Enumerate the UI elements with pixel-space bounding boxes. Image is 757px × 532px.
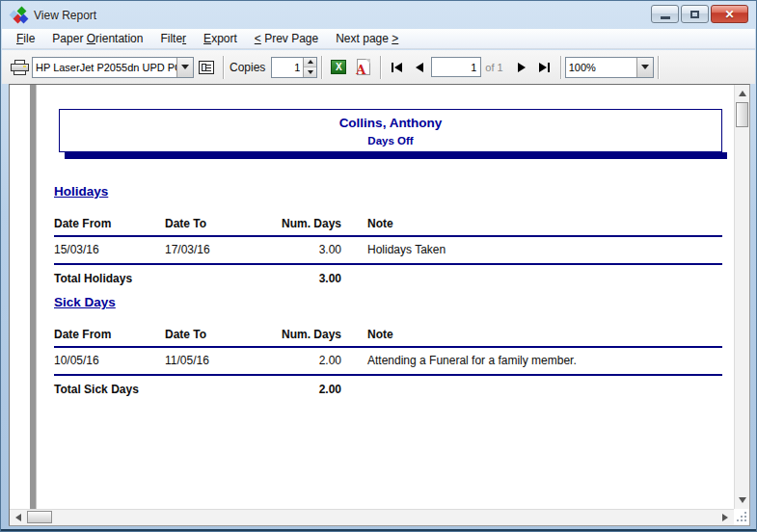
view-report-window: View Report ✕ File Paper Orientation Fil… (0, 0, 757, 532)
menu-file[interactable]: File (8, 29, 43, 48)
export-pdf-button[interactable]: A (351, 55, 376, 80)
titlebar[interactable]: View Report ✕ (1, 1, 756, 29)
table-header-row: Date From Date To Num. Days Note (54, 217, 722, 237)
table-total-row: Total Holidays 3.00 (54, 265, 722, 285)
col-num-days: Num. Days (273, 328, 341, 341)
spinner-down-icon (308, 70, 313, 74)
report-title: Collins, Anthony (60, 116, 721, 130)
col-date-from: Date From (54, 217, 165, 230)
table-header-row: Date From Date To Num. Days Note (54, 328, 722, 348)
first-page-icon (394, 63, 402, 72)
menu-prev-page[interactable]: < Prev Page (246, 29, 327, 48)
report-header-underline (65, 152, 727, 159)
report-header-box: Collins, Anthony Days Off (59, 109, 722, 152)
window-bottom-edge (1, 529, 756, 531)
total-value: 2.00 (273, 383, 341, 396)
printer-properties-button[interactable] (194, 55, 219, 80)
printer-select-arrow[interactable] (176, 58, 193, 77)
col-date-to: Date To (165, 328, 273, 341)
col-note: Note (367, 328, 722, 341)
total-label: Total Holidays (54, 272, 273, 285)
horizontal-scrollbar[interactable] (10, 509, 734, 525)
total-value: 3.00 (273, 272, 341, 285)
horizontal-scrollbar-thumb[interactable] (27, 511, 52, 523)
page-number-input[interactable] (431, 57, 481, 77)
page-edge-strip (30, 85, 37, 509)
menu-next-page[interactable]: Next page > (327, 29, 407, 48)
copies-label: Copies (230, 61, 265, 74)
menu-export[interactable]: Export (195, 29, 246, 48)
cell-date-from: 15/03/16 (54, 243, 165, 256)
cell-date-to: 11/05/16 (165, 354, 273, 367)
toolbar-separator (560, 56, 561, 79)
menu-filter[interactable]: Filter (151, 29, 195, 48)
last-page-button[interactable] (533, 56, 556, 79)
pdf-icon: A (357, 59, 370, 75)
page-count-label: of 1 (485, 62, 502, 73)
cell-date-from: 10/05/16 (54, 354, 165, 367)
scroll-up-button[interactable] (735, 87, 750, 100)
window-title: View Report (34, 9, 96, 22)
col-note: Note (367, 217, 722, 230)
resize-grip[interactable] (734, 509, 749, 525)
scroll-up-icon (739, 91, 746, 96)
vertical-scrollbar[interactable] (734, 85, 749, 509)
cell-note: Attending a Funeral for a family member. (367, 354, 722, 367)
copies-decrement-button[interactable] (304, 67, 316, 77)
chevron-down-icon (641, 65, 649, 69)
table-row: 10/05/16 11/05/16 2.00 Attending a Funer… (54, 348, 722, 376)
section-heading: Holidays (54, 184, 722, 199)
toolbar-separator (658, 56, 659, 79)
section-heading: Sick Days (54, 295, 722, 309)
report-subtitle: Days Off (60, 135, 721, 146)
next-page-icon (518, 63, 526, 72)
printer-select[interactable]: HP LaserJet P2055dn UPD PCL (32, 57, 194, 78)
copies-increment-button[interactable] (304, 58, 316, 68)
cell-date-to: 17/03/16 (165, 243, 273, 256)
table-total-row: Total Sick Days 2.00 (54, 376, 722, 396)
chevron-down-icon (181, 65, 189, 69)
scroll-right-button[interactable] (718, 510, 732, 525)
vertical-scrollbar-thumb[interactable] (736, 102, 748, 127)
export-excel-button[interactable]: X (326, 55, 351, 80)
excel-icon: X (331, 60, 346, 74)
col-num-days: Num. Days (273, 217, 341, 230)
app-icon (10, 8, 27, 23)
toolbar-separator (380, 56, 381, 79)
zoom-select-arrow[interactable] (636, 58, 653, 77)
next-page-button[interactable] (510, 56, 533, 79)
copies-input[interactable] (272, 58, 303, 77)
col-date-to: Date To (165, 217, 273, 230)
cell-note: Holidays Taken (367, 243, 722, 256)
prev-page-button[interactable] (408, 56, 431, 79)
col-date-from: Date From (54, 328, 165, 341)
cell-num-days: 2.00 (273, 354, 341, 367)
printer-properties-icon (199, 61, 214, 74)
copies-stepper (271, 57, 317, 78)
menu-paper-orientation[interactable]: Paper Orientation (43, 29, 151, 48)
first-page-button[interactable] (385, 56, 408, 79)
minimize-icon (661, 16, 670, 19)
table-row: 15/03/16 17/03/16 3.00 Holidays Taken (54, 237, 722, 265)
scroll-right-icon (722, 514, 728, 521)
total-label: Total Sick Days (54, 383, 273, 396)
report-section-sick-days: Sick Days Date From Date To Num. Days No… (54, 295, 722, 396)
toolbar-separator (223, 56, 224, 79)
cell-num-days: 3.00 (273, 243, 341, 256)
close-button[interactable]: ✕ (711, 5, 748, 23)
window-controls: ✕ (651, 5, 748, 23)
minimize-button[interactable] (651, 5, 679, 23)
close-icon: ✕ (724, 8, 734, 21)
zoom-select[interactable]: 100% (565, 57, 654, 78)
scroll-left-button[interactable] (12, 510, 25, 525)
maximize-button[interactable] (681, 5, 709, 23)
maximize-icon (690, 11, 699, 18)
print-button[interactable] (7, 55, 32, 80)
prev-page-icon (416, 63, 423, 72)
report-section-holidays: Holidays Date From Date To Num. Days Not… (54, 184, 722, 285)
report-viewer: Collins, Anthony Days Off Holidays Date … (9, 84, 750, 526)
last-page-icon (539, 63, 547, 72)
printer-name: HP LaserJet P2055dn UPD PCL (33, 62, 176, 73)
menu-bar: File Paper Orientation Filter Export < P… (2, 29, 755, 49)
scroll-down-button[interactable] (735, 493, 750, 507)
